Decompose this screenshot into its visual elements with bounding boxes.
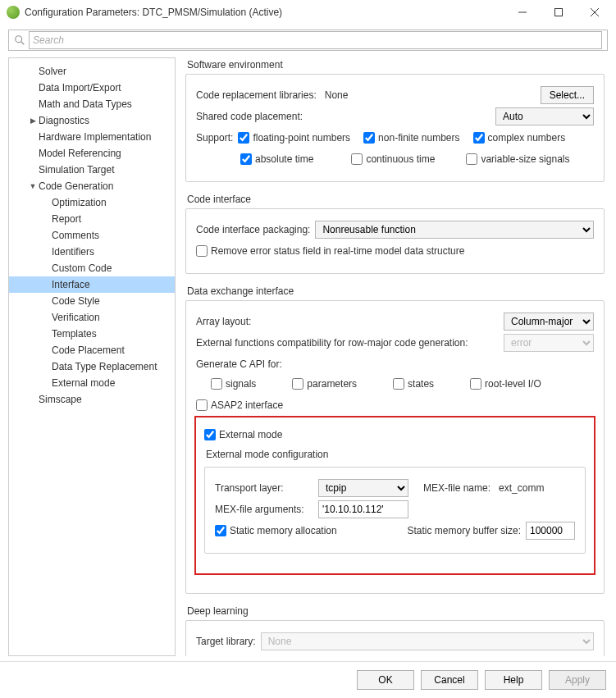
search-icon: [14, 34, 25, 46]
title-bar: Configuration Parameters: DTC_PMSM/Simul…: [0, 0, 616, 25]
tree-item[interactable]: Data Import/Export: [9, 80, 175, 96]
tree-item[interactable]: External mode: [9, 375, 175, 391]
group-external-mode: Transport layer: tcpip MEX-file name: ex…: [204, 467, 586, 554]
tree-item[interactable]: Templates: [9, 326, 175, 342]
crl-value: None: [325, 89, 349, 101]
transport-layer-select[interactable]: tcpip: [318, 479, 408, 497]
maximize-button[interactable]: [541, 1, 577, 24]
tree-item-label: Templates: [52, 328, 170, 340]
tree-item[interactable]: Hardware Implementation: [9, 129, 175, 145]
tree-item[interactable]: Identifiers: [9, 244, 175, 260]
extfunc-select: error: [504, 334, 594, 352]
tree-item-label: Hardware Implementation: [39, 131, 170, 143]
tree-item-label: Report: [52, 213, 170, 225]
tree-item[interactable]: Comments: [9, 227, 175, 244]
capi-params[interactable]: parameters: [292, 378, 357, 390]
ok-button[interactable]: OK: [357, 670, 414, 690]
tree-item-label: External mode: [52, 377, 170, 389]
capi-root[interactable]: root-level I/O: [470, 378, 541, 390]
scp-label: Shared code placement:: [196, 111, 303, 122]
tree-item-label: Simscape: [39, 394, 170, 405]
mex-args-input[interactable]: [318, 500, 408, 518]
support-at[interactable]: absolute time: [240, 153, 313, 165]
capi-signals[interactable]: signals: [211, 378, 256, 390]
support-nf[interactable]: non-finite numbers: [363, 132, 459, 144]
tree-item[interactable]: Custom Code: [9, 260, 175, 276]
bufsize-input[interactable]: [526, 522, 575, 540]
group-data-exchange: Array layout: Column-major External func…: [185, 300, 605, 594]
support-fp[interactable]: floating-point numbers: [238, 132, 350, 144]
external-mode-checkbox[interactable]: External mode: [204, 429, 282, 440]
tree-item-label: Verification: [52, 312, 170, 323]
tree-item-label: Data Import/Export: [39, 82, 170, 94]
navigation-tree[interactable]: SolverData Import/ExportMath and Data Ty…: [8, 57, 176, 656]
extmode-cfg-label: External mode configuration: [206, 449, 586, 460]
search-row: [0, 25, 616, 54]
capi-states[interactable]: states: [393, 378, 434, 390]
tree-item[interactable]: Interface: [9, 276, 175, 293]
close-button[interactable]: [577, 1, 613, 24]
group-software-environment: Code replacement libraries: None Select.…: [185, 74, 605, 182]
external-mode-highlight: External mode External mode configuratio…: [194, 416, 595, 575]
tree-item-label: Code Style: [52, 295, 170, 307]
tree-item-label: Math and Data Types: [39, 98, 170, 110]
mex-name-label: MEX-file name:: [423, 482, 491, 494]
tree-item[interactable]: Math and Data Types: [9, 96, 175, 112]
target-library-label: Target library:: [196, 636, 256, 647]
tree-item[interactable]: Optimization: [9, 194, 175, 211]
chevron-down-icon[interactable]: ▼: [27, 182, 39, 190]
target-library-select: None: [261, 632, 594, 650]
support-vs[interactable]: variable-size signals: [466, 153, 569, 165]
tree-item-label: Code Generation: [39, 180, 170, 192]
tree-item[interactable]: ▼Code Generation: [9, 178, 175, 194]
tree-item-label: Solver: [39, 66, 170, 77]
tree-item-label: Interface: [52, 279, 170, 290]
search-input[interactable]: [29, 31, 602, 49]
section-deep-learning: Deep learning: [187, 605, 605, 617]
app-icon: [7, 6, 20, 19]
tree-item-label: Diagnostics: [39, 115, 170, 126]
tree-item[interactable]: Model Referencing: [9, 145, 175, 162]
content-pane: Software environment Code replacement li…: [182, 57, 608, 656]
asap2-checkbox[interactable]: ASAP2 interface: [196, 399, 283, 411]
footer: OK Cancel Help Apply: [0, 661, 616, 698]
scp-select[interactable]: Auto: [495, 107, 594, 125]
tree-item-label: Model Referencing: [39, 148, 170, 159]
help-button[interactable]: Help: [485, 670, 542, 690]
select-crl-button[interactable]: Select...: [541, 86, 594, 104]
support-cx[interactable]: complex numbers: [473, 132, 566, 144]
tree-item[interactable]: ▶Diagnostics: [9, 112, 175, 129]
tree-item[interactable]: Verification: [9, 309, 175, 326]
tree-item[interactable]: Solver: [9, 63, 175, 80]
array-layout-select[interactable]: Column-major: [504, 313, 594, 331]
mex-name-value: ext_comm: [499, 482, 544, 494]
support-ct[interactable]: continuous time: [351, 153, 435, 165]
transport-layer-label: Transport layer:: [215, 482, 313, 494]
capi-label: Generate C API for:: [196, 358, 282, 370]
chevron-right-icon[interactable]: ▶: [27, 116, 39, 125]
static-mem-checkbox[interactable]: Static memory allocation: [215, 525, 337, 536]
tree-item[interactable]: Report: [9, 211, 175, 227]
body: SolverData Import/ExportMath and Data Ty…: [0, 54, 616, 661]
pkg-select[interactable]: Nonreusable function: [315, 221, 594, 239]
crl-label: Code replacement libraries:: [196, 89, 317, 101]
window-title: Configuration Parameters: DTC_PMSM/Simul…: [25, 7, 504, 18]
support-label: Support:: [196, 132, 233, 144]
tree-item[interactable]: Data Type Replacement: [9, 358, 175, 375]
tree-item[interactable]: Simulation Target: [9, 162, 175, 178]
remove-err-checkbox[interactable]: Remove error status field in real-time m…: [196, 245, 464, 257]
minimize-button[interactable]: [504, 1, 541, 24]
tree-item-label: Simulation Target: [39, 164, 170, 176]
search-box[interactable]: [8, 30, 608, 51]
tree-item[interactable]: Code Style: [9, 293, 175, 309]
cancel-button[interactable]: Cancel: [421, 670, 478, 690]
apply-button: Apply: [549, 670, 606, 690]
group-deep-learning: Target library: None: [185, 620, 605, 656]
section-software-environment: Software environment: [187, 59, 605, 71]
tree-item[interactable]: Code Placement: [9, 342, 175, 358]
tree-item[interactable]: Simscape: [9, 391, 175, 408]
svg-point-1: [16, 36, 22, 43]
section-data-exchange: Data exchange interface: [187, 285, 605, 297]
tree-item-label: Custom Code: [52, 262, 170, 274]
tree-item-label: Optimization: [52, 197, 170, 208]
